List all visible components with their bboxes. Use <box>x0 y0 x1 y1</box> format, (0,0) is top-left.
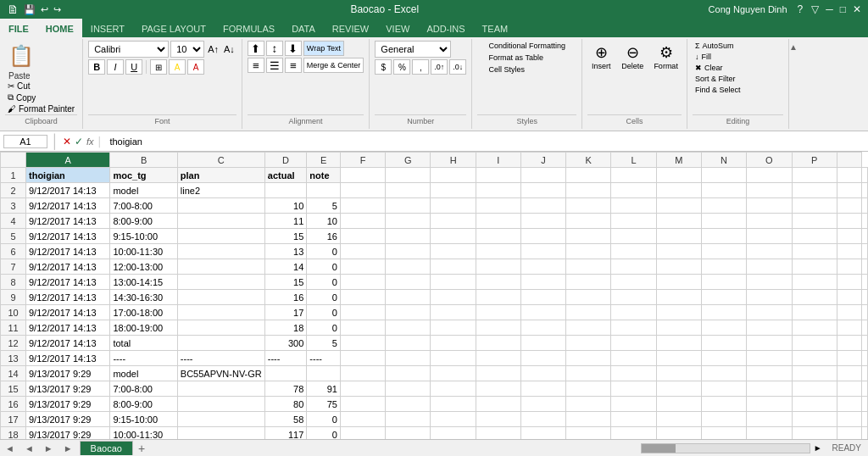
tab-data[interactable]: DATA <box>283 19 324 37</box>
cell-empty-4-6[interactable] <box>611 214 656 229</box>
cell-empty-14-9[interactable] <box>747 366 792 381</box>
cell-empty-11-3[interactable] <box>476 320 520 336</box>
underline-button[interactable]: U <box>125 59 142 75</box>
sheet-nav-right[interactable]: ► <box>58 443 78 453</box>
cell-empty-9-7[interactable] <box>656 290 701 305</box>
sheet-nav-left[interactable]: ◄ <box>0 443 19 453</box>
cell-empty-15-5[interactable] <box>566 381 611 397</box>
cell-empty-15-8[interactable] <box>701 381 746 397</box>
format-button[interactable]: ⚙ Format <box>650 41 682 73</box>
cell-empty-2-0[interactable] <box>340 183 385 198</box>
cell-empty-4-11[interactable] <box>837 214 861 229</box>
cell-E9[interactable]: 0 <box>307 290 341 305</box>
cell-empty-10-11[interactable] <box>837 305 861 320</box>
cell-A17[interactable]: 9/13/2017 9:29 <box>26 412 110 427</box>
cell-empty-17-1[interactable] <box>386 412 431 427</box>
cell-empty-15-2[interactable] <box>431 381 476 397</box>
cell-E4[interactable]: 10 <box>307 214 341 229</box>
cell-C12[interactable] <box>177 336 264 351</box>
cell-empty-18-5[interactable] <box>566 427 611 440</box>
cell-empty-9-0[interactable] <box>340 290 385 305</box>
cell-empty-2-1[interactable] <box>386 183 431 198</box>
cell-E16[interactable]: 75 <box>307 397 341 412</box>
cell-empty-2-3[interactable] <box>476 183 520 198</box>
cell-empty-13-3[interactable] <box>476 351 520 366</box>
cell-empty-12-5[interactable] <box>566 336 611 351</box>
cell-empty-15-7[interactable] <box>656 381 701 397</box>
cell-empty-10-7[interactable] <box>656 305 701 320</box>
cell-empty-4-3[interactable] <box>476 214 520 229</box>
cell-empty-18-11[interactable] <box>837 427 861 440</box>
cell-B7[interactable]: 12:00-13:00 <box>110 259 177 275</box>
cell-empty-2-2[interactable] <box>431 183 476 198</box>
cell-D11[interactable]: 18 <box>264 320 307 336</box>
col-header-M[interactable]: M <box>656 153 701 168</box>
cell-C1[interactable]: plan <box>177 168 264 183</box>
cell-A18[interactable]: 9/13/2017 9:29 <box>26 427 110 440</box>
cell-E13[interactable]: ---- <box>307 351 341 366</box>
cell-empty-12-7[interactable] <box>656 336 701 351</box>
cell-B10[interactable]: 17:00-18:00 <box>110 305 177 320</box>
row-header-5[interactable]: 5 <box>1 229 26 244</box>
cell-empty-16-4[interactable] <box>520 397 565 412</box>
cell-empty-6-2[interactable] <box>431 244 476 259</box>
cell-styles-button[interactable]: Cell Styles <box>487 64 528 75</box>
cell-E6[interactable]: 0 <box>307 244 341 259</box>
cell-empty-11-12[interactable] <box>862 320 868 336</box>
increase-decimal[interactable]: .0↑ <box>431 59 448 75</box>
comma-button[interactable]: , <box>412 59 429 75</box>
cell-empty-3-4[interactable] <box>520 198 565 214</box>
cell-A4[interactable]: 9/12/2017 14:13 <box>26 214 110 229</box>
cell-empty-1-12[interactable] <box>862 168 868 183</box>
cell-empty-7-2[interactable] <box>431 259 476 275</box>
conditional-formatting-button[interactable]: Conditional Formatting <box>487 41 569 51</box>
cell-empty-18-10[interactable] <box>792 427 837 440</box>
cell-empty-8-11[interactable] <box>837 275 861 290</box>
cell-empty-3-6[interactable] <box>611 198 656 214</box>
cell-B2[interactable]: model <box>110 183 177 198</box>
cell-empty-17-8[interactable] <box>701 412 746 427</box>
cell-D14[interactable] <box>264 366 307 381</box>
cell-empty-12-10[interactable] <box>792 336 837 351</box>
cell-empty-6-11[interactable] <box>837 244 861 259</box>
cell-C18[interactable] <box>177 427 264 440</box>
cell-E17[interactable]: 0 <box>307 412 341 427</box>
tab-formulas[interactable]: FORMULAS <box>214 19 283 37</box>
cell-empty-1-3[interactable] <box>476 168 520 183</box>
font-name-select[interactable]: Calibri <box>88 41 169 58</box>
cell-D18[interactable]: 117 <box>264 427 307 440</box>
insert-function-button[interactable]: fx <box>86 136 94 147</box>
cell-empty-11-11[interactable] <box>837 320 861 336</box>
cell-empty-8-6[interactable] <box>611 275 656 290</box>
row-header-4[interactable]: 4 <box>1 214 26 229</box>
cell-C2[interactable]: line2 <box>177 183 264 198</box>
cell-empty-10-5[interactable] <box>566 305 611 320</box>
sort-filter-button[interactable]: Sort & Filter <box>693 74 738 84</box>
cell-A2[interactable]: 9/12/2017 14:13 <box>26 183 110 198</box>
cell-empty-13-6[interactable] <box>611 351 656 366</box>
number-format-select[interactable]: General <box>375 41 451 58</box>
cell-empty-8-8[interactable] <box>701 275 746 290</box>
cell-empty-5-7[interactable] <box>656 229 701 244</box>
cell-empty-2-8[interactable] <box>701 183 746 198</box>
close-button[interactable]: ✕ <box>853 3 861 15</box>
cell-A8[interactable]: 9/12/2017 14:13 <box>26 275 110 290</box>
cell-empty-14-4[interactable] <box>520 366 565 381</box>
cell-empty-5-6[interactable] <box>611 229 656 244</box>
cell-D6[interactable]: 13 <box>264 244 307 259</box>
cell-empty-15-12[interactable] <box>862 381 868 397</box>
col-header-F[interactable]: F <box>340 153 385 168</box>
cell-empty-13-12[interactable] <box>862 351 868 366</box>
cell-empty-6-10[interactable] <box>792 244 837 259</box>
cell-empty-13-0[interactable] <box>340 351 385 366</box>
cell-empty-3-0[interactable] <box>340 198 385 214</box>
cell-empty-15-10[interactable] <box>792 381 837 397</box>
cell-empty-7-4[interactable] <box>520 259 565 275</box>
cell-empty-10-8[interactable] <box>701 305 746 320</box>
cell-empty-17-11[interactable] <box>837 412 861 427</box>
cell-E15[interactable]: 91 <box>307 381 341 397</box>
cell-empty-3-5[interactable] <box>566 198 611 214</box>
cell-empty-10-0[interactable] <box>340 305 385 320</box>
cell-C3[interactable] <box>177 198 264 214</box>
align-left-button[interactable]: ≡ <box>248 58 264 73</box>
